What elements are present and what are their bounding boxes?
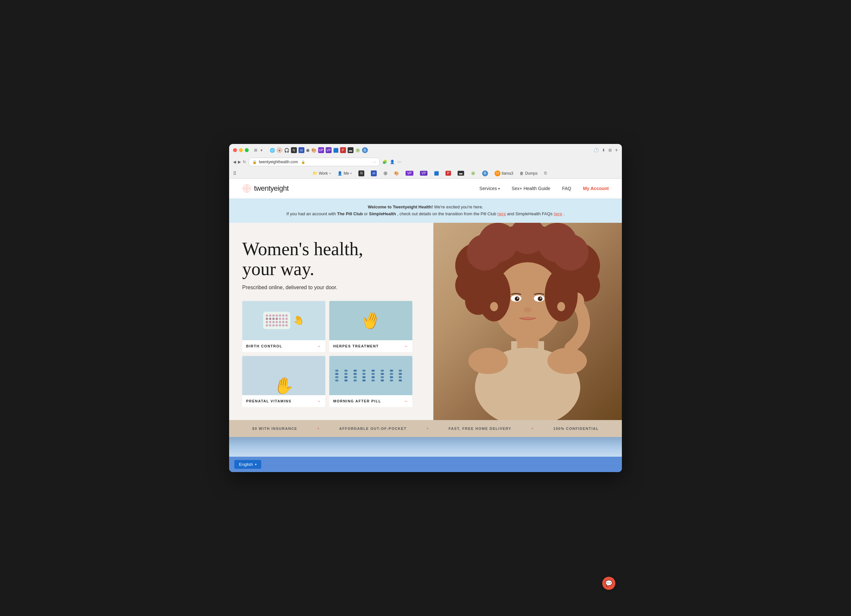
bookmark-copyright[interactable]: © bbox=[544, 171, 547, 176]
dot-2: ● bbox=[427, 427, 429, 430]
svg-point-32 bbox=[545, 268, 578, 321]
settings-more-icon[interactable]: ⋯ bbox=[397, 160, 401, 164]
hero-image bbox=[433, 223, 622, 420]
maximize-button[interactable] bbox=[245, 148, 249, 152]
info-banner: Welcome to Twentyeight Health! We're exc… bbox=[229, 199, 622, 223]
vp2-icon: VP bbox=[420, 171, 427, 176]
chat-button[interactable]: 💬 bbox=[602, 577, 615, 590]
apps-icon[interactable]: ⠿ bbox=[233, 171, 236, 176]
ppt-icon: P bbox=[445, 171, 451, 176]
dot-3: ● bbox=[532, 427, 533, 430]
svg-rect-21 bbox=[511, 341, 517, 361]
bookmark-m[interactable]: m bbox=[371, 171, 377, 176]
security-info-icon[interactable]: 🔒 bbox=[301, 160, 305, 164]
star-icon: ✳️ bbox=[471, 171, 475, 176]
bookmark-google[interactable]: G bbox=[482, 171, 488, 176]
folder-icon: 📁 bbox=[313, 171, 317, 176]
nav-links: Services ▾ Sex+ Health Guide FAQ My Acco… bbox=[480, 186, 609, 191]
nav-sex-health-guide[interactable]: Sex+ Health Guide bbox=[511, 186, 550, 191]
bookmark-llama[interactable]: OI llama3 bbox=[495, 171, 513, 176]
birth-control-image: 🤚 bbox=[242, 301, 325, 340]
url-text: twentyeighthealth.com bbox=[259, 160, 298, 164]
sky-section bbox=[229, 437, 622, 457]
bookmark-ppt[interactable]: P bbox=[445, 171, 451, 176]
card-herpes-treatment[interactable]: 🤚 HERPES TREATMENT → bbox=[329, 301, 412, 352]
arrow-icon: → bbox=[317, 399, 322, 404]
banner-link-2[interactable]: here bbox=[554, 211, 562, 216]
back-button[interactable]: ◀ bbox=[233, 160, 236, 164]
svg-point-34 bbox=[557, 302, 565, 311]
bottom-language-bar: English ▾ bbox=[229, 457, 622, 472]
logo-text: twentyeight bbox=[254, 184, 289, 193]
bookmark-me[interactable]: 👤 Me ▾ bbox=[337, 171, 352, 176]
svg-point-31 bbox=[478, 268, 511, 321]
website-content: twentyeight Services ▾ Sex+ Health Guide… bbox=[229, 178, 622, 457]
grid-icon[interactable]: ⊞ bbox=[609, 148, 612, 153]
bookmark-plus[interactable]: ⊕ bbox=[383, 170, 388, 176]
hero-content: Women's health,your way. Prescribed onli… bbox=[229, 223, 445, 420]
llama-icon: OI bbox=[495, 171, 501, 176]
sidebar-toggle-icon[interactable]: ⊞ bbox=[254, 148, 257, 153]
forward-button[interactable]: ▶ bbox=[238, 160, 241, 164]
address-bar[interactable]: 🔒 twentyeighthealth.com 🔒 ··· bbox=[249, 158, 380, 166]
bookmark-vp2[interactable]: VP bbox=[420, 171, 427, 176]
card-prenatal-vitamins-label: PRENATAL VITAMINS → bbox=[242, 395, 325, 407]
bookmark-m-icon: m bbox=[371, 171, 377, 176]
chevron-down-icon: ▾ bbox=[329, 172, 331, 175]
bookmark-ms[interactable]: 🟦 bbox=[434, 171, 439, 176]
user-profile-icon[interactable]: 👤 bbox=[390, 160, 395, 164]
logo-icon bbox=[242, 184, 251, 193]
nav-faq[interactable]: FAQ bbox=[562, 186, 571, 191]
address-bar-row: ◀ ▶ ↻ 🔒 twentyeighthealth.com 🔒 ··· 🧩 👤 … bbox=[233, 156, 618, 169]
card-prenatal-vitamins[interactable]: 🤚 PRENATAL VITAMINS → bbox=[242, 356, 325, 407]
hero-section: Women's health,your way. Prescribed onli… bbox=[229, 223, 622, 420]
card-morning-after-pill[interactable]: MORNING AFTER PILL → bbox=[329, 356, 412, 407]
banner-text-1: We're excited you're here. bbox=[434, 204, 483, 209]
feature-insurance: $0 WITH INSURANCE bbox=[253, 427, 297, 430]
svg-point-29 bbox=[524, 307, 532, 312]
dot-1: ● bbox=[317, 427, 319, 430]
bookmark-obs[interactable]: ▬ bbox=[457, 171, 464, 176]
chat-icon: 💬 bbox=[605, 580, 612, 587]
banner-line-1: Welcome to Twentyeight Health! We're exc… bbox=[242, 204, 609, 211]
bookmark-figma[interactable]: 🎨 bbox=[394, 171, 399, 176]
arrow-icon: → bbox=[404, 343, 409, 349]
prenatal-vitamins-image: 🤚 bbox=[242, 356, 325, 395]
more-options-icon[interactable]: ··· bbox=[373, 160, 376, 164]
chevron-down-icon: ▾ bbox=[498, 187, 500, 190]
svg-point-28 bbox=[540, 297, 541, 299]
nav-my-account[interactable]: My Account bbox=[583, 186, 609, 191]
bookmark-star[interactable]: ✳️ bbox=[471, 171, 475, 176]
card-birth-control[interactable]: 🤚 BIRTH CONTROL → bbox=[242, 301, 325, 352]
extensions-icon[interactable]: 🧩 bbox=[382, 160, 387, 164]
svg-point-27 bbox=[517, 297, 519, 299]
bookmark-dumps[interactable]: 🗑 Dumps bbox=[520, 171, 537, 176]
banner-link-1[interactable]: here bbox=[498, 211, 506, 216]
language-button[interactable]: English ▾ bbox=[235, 460, 261, 469]
close-button[interactable] bbox=[233, 148, 237, 152]
plus-icon: ⊕ bbox=[383, 170, 388, 176]
reload-button[interactable]: ↻ bbox=[243, 160, 246, 164]
hero-title: Women's health,your way. bbox=[242, 239, 432, 279]
site-nav: twentyeight Services ▾ Sex+ Health Guide… bbox=[229, 178, 622, 199]
bookmark-vp1[interactable]: VP bbox=[406, 171, 413, 176]
bookmark-n[interactable]: N bbox=[358, 171, 364, 176]
new-tab-icon[interactable]: + bbox=[615, 147, 618, 153]
nav-services[interactable]: Services ▾ bbox=[480, 186, 500, 191]
history-icon[interactable]: 🕐 bbox=[594, 148, 598, 153]
chevron-down-icon[interactable]: ▼ bbox=[260, 148, 263, 152]
minimize-button[interactable] bbox=[239, 148, 243, 152]
obs-icon: ▬ bbox=[457, 171, 464, 176]
downloads-icon[interactable]: ⬇ bbox=[602, 148, 605, 153]
svg-point-12 bbox=[552, 234, 588, 271]
svg-point-19 bbox=[468, 348, 508, 374]
morning-after-pill-image bbox=[329, 356, 412, 395]
lock-icon: 🔒 bbox=[253, 160, 257, 164]
features-bar: $0 WITH INSURANCE ● AFFORDABLE OUT-OF-PO… bbox=[229, 420, 622, 437]
card-birth-control-label: BIRTH CONTROL → bbox=[242, 340, 325, 352]
svg-point-26 bbox=[538, 297, 542, 301]
copyright-icon: © bbox=[544, 171, 547, 176]
bookmark-work[interactable]: 📁 Work ▾ bbox=[313, 171, 331, 176]
site-logo[interactable]: twentyeight bbox=[242, 184, 289, 193]
traffic-lights bbox=[233, 148, 249, 152]
